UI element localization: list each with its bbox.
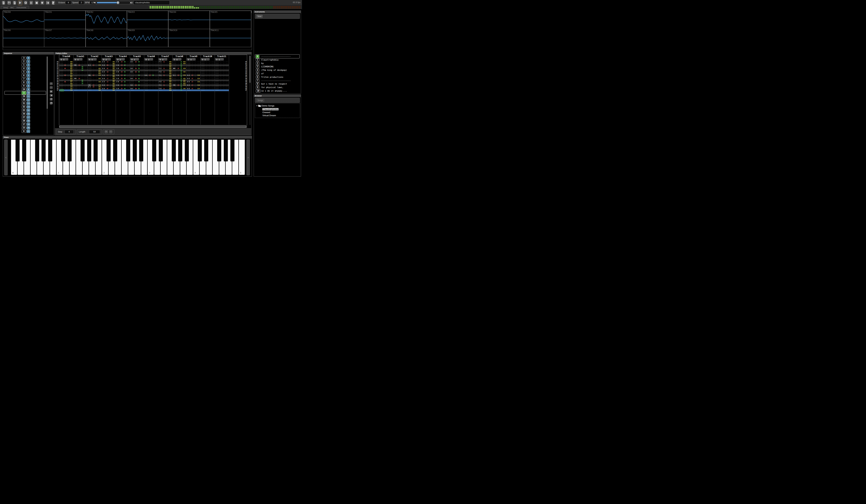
track-add-button[interactable]: + — [116, 58, 119, 61]
sequence-pattern-button[interactable]: 5 — [22, 70, 26, 74]
track-add-button[interactable]: + — [60, 58, 63, 61]
pattern-cell[interactable]: ----··15401 — [173, 78, 187, 80]
pattern-cell[interactable]: ----······· — [144, 88, 158, 90]
pattern-cell[interactable]: ----······· — [144, 80, 158, 81]
pattern-cell[interactable]: ----····23E — [59, 89, 73, 91]
pattern-cell[interactable]: ----····402 — [88, 69, 102, 71]
piano-black-key[interactable] — [15, 139, 20, 161]
pattern-cell[interactable]: ----······· — [215, 88, 229, 90]
pattern-cell[interactable]: ----······· — [215, 73, 229, 75]
pattern-cell[interactable]: C-62940··· — [116, 78, 130, 80]
pattern-cell[interactable]: ----······· — [144, 78, 158, 80]
sequence-pattern-button[interactable]: 2 — [22, 60, 26, 63]
piano-black-key[interactable] — [68, 139, 71, 161]
pattern-cell[interactable]: ----····A0A — [158, 78, 173, 80]
pattern-cell[interactable]: ----····23E — [59, 88, 73, 90]
play-button[interactable] — [18, 1, 22, 5]
pattern-cell[interactable]: ----······· — [144, 81, 158, 83]
pattern-cell[interactable]: E-41C··A0C — [101, 75, 116, 76]
track-remove-button[interactable]: − — [105, 58, 107, 61]
pattern-cell[interactable]: ----······· — [215, 75, 229, 76]
pattern-cell[interactable]: F#52A····· — [73, 64, 88, 66]
sequence-order-button[interactable]: 19 — [26, 123, 30, 126]
pattern-cell[interactable]: ----······· — [73, 75, 88, 76]
instrument-number[interactable]: 5 — [256, 72, 259, 75]
pattern-cell[interactable]: ----······· — [116, 66, 130, 68]
tab-instruments[interactable]: Instruments — [14, 6, 29, 9]
pattern-cell[interactable]: ----······· — [186, 69, 200, 71]
pattern-cell[interactable]: ----····A0A — [158, 80, 173, 81]
pattern-cell[interactable]: ----··10··· — [73, 69, 88, 71]
pattern-cell[interactable]: F-621··A0A — [158, 71, 173, 73]
instrument-number[interactable]: 6 — [256, 76, 259, 79]
sequence-scrollbar[interactable] — [47, 56, 47, 134]
pattern-cell[interactable]: ----······· — [200, 86, 215, 88]
sequence-pattern-button[interactable]: 3 — [22, 56, 26, 59]
pattern-cell[interactable]: ----······· — [73, 86, 88, 88]
pattern-cell[interactable]: F-521··A0A — [158, 75, 173, 76]
piano-black-key[interactable] — [204, 139, 208, 161]
pattern-cell[interactable]: ----······· — [186, 64, 200, 66]
pattern-cell[interactable]: ----··40··· — [130, 81, 144, 83]
sequence-order-button[interactable]: 6 — [26, 77, 30, 80]
instrument-name[interactable]: for physical laws, — [261, 86, 284, 89]
instrument-name[interactable]: ------------------------ — [261, 55, 291, 58]
pattern-cell[interactable]: ----······· — [200, 80, 215, 81]
pattern-cell[interactable]: C-62930··· — [116, 85, 130, 86]
pattern-cell[interactable]: ----····604 — [59, 78, 73, 80]
pattern-cell[interactable]: ----····401 — [88, 68, 102, 69]
sequence-order-button[interactable]: 18 — [26, 119, 30, 122]
pattern-cell[interactable]: ----······· — [186, 63, 200, 65]
pattern-cell[interactable]: ----······· — [200, 73, 215, 75]
pattern-cell[interactable]: ----······· — [215, 61, 229, 63]
instrument-name[interactable]: LIZARDKING — [261, 65, 274, 68]
pattern-cell[interactable]: C-62940··· — [116, 88, 130, 90]
pattern-cell[interactable]: ----······· — [200, 89, 215, 91]
pattern-cell[interactable]: ----······· — [73, 85, 88, 86]
pattern-cell[interactable]: ----······· — [130, 63, 144, 65]
save-button[interactable] — [7, 1, 11, 5]
track-add-button[interactable]: + — [89, 58, 91, 61]
pattern-cell[interactable]: ----······· — [144, 89, 158, 91]
pattern-cell[interactable]: F-621··A0A — [158, 88, 173, 90]
piano-black-key[interactable] — [35, 139, 39, 161]
pattern-cell[interactable]: ----····A0C — [101, 73, 116, 75]
pattern-cell[interactable]: ----······· — [186, 89, 200, 91]
pattern-cell[interactable]: ----······· — [215, 63, 229, 65]
sequence-pattern-button[interactable]: 32 — [22, 105, 26, 109]
pattern-cell[interactable]: ----······· — [200, 68, 215, 69]
instrument-name[interactable]: Claustrophobia — [261, 58, 278, 61]
pattern-cell[interactable]: ----····603 — [88, 73, 102, 75]
pattern-cell[interactable]: F-521··A0A — [158, 61, 173, 63]
sequence-add-button[interactable]: + — [50, 82, 53, 85]
track-add-button[interactable]: + — [201, 58, 204, 61]
pattern-cell[interactable]: ----······· — [186, 80, 200, 81]
play-pattern-button[interactable] — [24, 1, 27, 5]
pattern-cell[interactable]: ----··15603 — [173, 83, 187, 85]
pattern-cell[interactable]: ----······· — [73, 63, 88, 65]
pattern-cell[interactable]: ----····A0A — [158, 76, 173, 78]
pattern-cell[interactable]: ----······· — [215, 85, 229, 86]
pattern-cell[interactable]: ----······· — [215, 71, 229, 73]
sequence-clone-button[interactable] — [50, 102, 53, 104]
pattern-cell[interactable]: ----··15C0C — [173, 88, 187, 90]
piano-black-key[interactable] — [133, 139, 137, 161]
sequence-order-button[interactable]: 9 — [26, 88, 30, 91]
pattern-cell[interactable]: ----······· — [144, 63, 158, 65]
tree-item-claustrophobia[interactable]: Claustrophobia — [263, 108, 278, 110]
instrument-name[interactable]: but i have no respect — [261, 82, 287, 85]
pattern-cell[interactable]: ----······· — [215, 68, 229, 69]
sequence-order-button[interactable]: 1 — [26, 60, 30, 63]
pattern-cell[interactable]: ----··30··· — [130, 75, 144, 76]
pattern-cell[interactable]: ----······· — [215, 78, 229, 80]
pattern-cell[interactable]: ----······· — [215, 83, 229, 85]
pattern-cell[interactable]: ----······· — [73, 88, 88, 90]
pattern-cell[interactable]: ----··15··· — [173, 64, 187, 66]
pattern-cell[interactable]: ----······· — [200, 64, 215, 66]
add-rows-button[interactable]: + — [104, 130, 108, 133]
pause-button[interactable] — [29, 1, 33, 5]
piano-black-key[interactable] — [48, 139, 52, 161]
pattern-cell[interactable]: ----··15603 — [173, 63, 187, 65]
track-remove-button[interactable]: − — [77, 58, 79, 61]
pattern-cell[interactable]: ----······· — [200, 76, 215, 78]
